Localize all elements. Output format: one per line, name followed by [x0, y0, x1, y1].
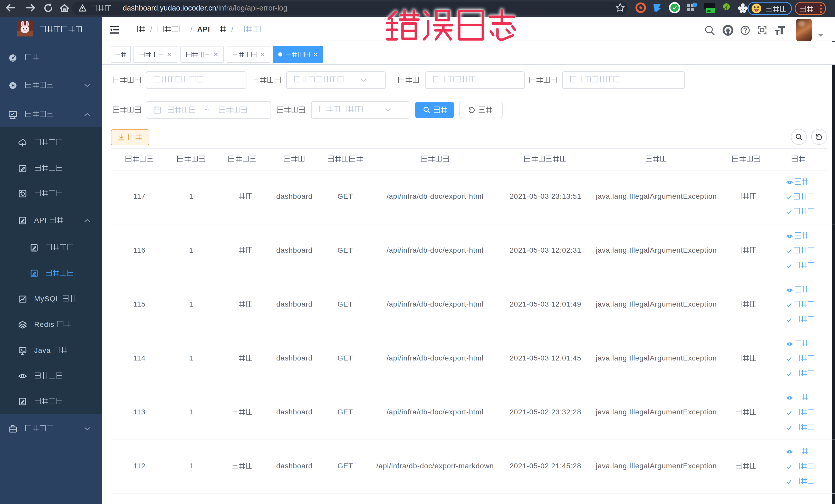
- svg-text:on: on: [707, 8, 711, 13]
